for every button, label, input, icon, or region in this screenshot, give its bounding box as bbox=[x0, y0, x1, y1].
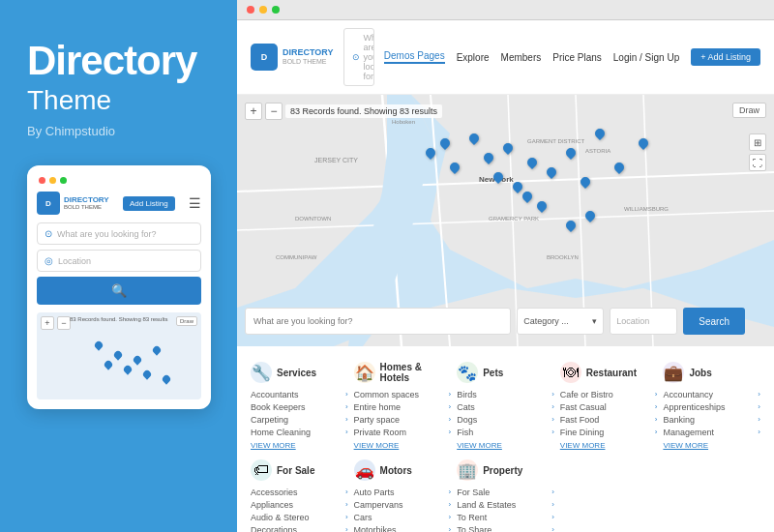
category-item[interactable]: Fast Casual› bbox=[560, 400, 658, 413]
browser-dot-yellow bbox=[259, 6, 267, 14]
map-layer-button[interactable]: ⊞ bbox=[749, 133, 766, 151]
map-category-dropdown[interactable]: Category ... ▾ bbox=[517, 308, 604, 335]
category-item[interactable]: Motorbikes› bbox=[354, 523, 452, 532]
category-item-label: Carpeting bbox=[251, 415, 288, 425]
category-title: Services bbox=[277, 368, 316, 378]
category-header: 🏷For Sale bbox=[251, 459, 348, 481]
map-draw-button[interactable]: Draw bbox=[732, 103, 766, 118]
map-location-input[interactable]: Location bbox=[610, 308, 677, 335]
category-item[interactable]: Party space› bbox=[354, 413, 452, 426]
category-item-label: Accessories bbox=[251, 488, 298, 497]
category-icon: 🚗 bbox=[354, 459, 375, 481]
category-item[interactable]: Banking› bbox=[663, 413, 760, 426]
category-item[interactable]: Appliances› bbox=[251, 498, 348, 511]
category-item[interactable]: Birds› bbox=[457, 388, 554, 400]
category-item-label: Cats bbox=[457, 402, 475, 412]
chevron-right-icon: › bbox=[655, 415, 658, 424]
category-item[interactable]: Accountancy› bbox=[663, 388, 760, 400]
mobile-draw-button[interactable]: Draw bbox=[176, 316, 197, 326]
app-logo: D DIRECTORY BOLD THEME bbox=[251, 44, 334, 71]
mobile-find-input[interactable]: ⊙ What are you looking for? bbox=[37, 222, 201, 245]
search-icon: 🔍 bbox=[111, 283, 127, 298]
category-item[interactable]: Cars› bbox=[354, 511, 452, 523]
category-item[interactable]: Decorations› bbox=[251, 523, 348, 532]
category-header: 🚗Motors bbox=[354, 459, 452, 481]
add-listing-button[interactable]: + Add Listing bbox=[691, 48, 760, 66]
category-item[interactable]: Auto Parts› bbox=[354, 486, 452, 498]
category-item[interactable]: Management› bbox=[663, 426, 760, 438]
category-item[interactable]: Apprenticeships› bbox=[663, 400, 760, 413]
mobile-zoom-out[interactable]: − bbox=[57, 316, 71, 330]
nav-members[interactable]: Members bbox=[501, 52, 542, 63]
mobile-add-listing-button[interactable]: Add Listing bbox=[123, 196, 175, 211]
mobile-zoom-in[interactable]: + bbox=[41, 316, 54, 330]
category-item[interactable]: Land & Estates› bbox=[457, 498, 554, 511]
nav-explore[interactable]: Explore bbox=[457, 52, 490, 63]
category-item-label: Entire home bbox=[354, 402, 402, 412]
app-logo-text: DIRECTORY BOLD THEME bbox=[283, 47, 334, 66]
header-find-input[interactable]: ⊙ What are you looking for? bbox=[344, 29, 374, 85]
category-item-label: Motorbikes bbox=[354, 525, 397, 533]
category-jobs: 💼JobsAccountancy›Apprenticeships›Banking… bbox=[663, 362, 760, 450]
view-more-link[interactable]: VIEW MORE bbox=[251, 441, 348, 450]
category-item-label: Fast Food bbox=[560, 415, 600, 425]
category-item[interactable]: Audio & Stereo› bbox=[251, 511, 348, 523]
category-item[interactable]: Fine Dining› bbox=[560, 426, 658, 438]
map-search-input[interactable] bbox=[245, 308, 511, 335]
category-item[interactable]: Accountants› bbox=[251, 388, 348, 400]
category-item-label: Home Cleaning bbox=[251, 428, 311, 437]
chevron-right-icon: › bbox=[345, 428, 348, 436]
category-item-label: Fine Dining bbox=[560, 428, 605, 437]
category-item[interactable]: For Sale› bbox=[457, 486, 554, 498]
login-link[interactable]: Login / Sign Up bbox=[613, 52, 679, 63]
map-pin bbox=[151, 345, 162, 356]
category-item[interactable]: Fast Food› bbox=[560, 413, 658, 426]
chevron-right-icon: › bbox=[449, 500, 452, 509]
view-more-link[interactable]: VIEW MORE bbox=[457, 441, 554, 450]
category-item[interactable]: Common spaces› bbox=[354, 388, 452, 400]
nav-demos[interactable]: Demos Pages bbox=[384, 50, 445, 64]
map-zoom-in-button[interactable]: + bbox=[245, 103, 262, 120]
category-item[interactable]: Dogs› bbox=[457, 413, 554, 426]
category-icon: 🏠 bbox=[354, 362, 375, 383]
menu-icon[interactable]: ☰ bbox=[189, 195, 201, 211]
category-item[interactable]: Cafe or Bistro› bbox=[560, 388, 658, 400]
category-item[interactable]: To Share› bbox=[457, 523, 554, 532]
app-logo-icon: D bbox=[251, 44, 278, 71]
view-more-link[interactable]: VIEW MORE bbox=[663, 441, 760, 450]
category-header: 🔧Services bbox=[251, 362, 348, 383]
category-item[interactable]: To Rent› bbox=[457, 511, 554, 523]
category-item[interactable]: Accessories› bbox=[251, 486, 348, 498]
chevron-right-icon: › bbox=[551, 488, 554, 496]
map-zoom-out-button[interactable]: − bbox=[265, 103, 283, 120]
svg-text:ASTORIA: ASTORIA bbox=[585, 148, 610, 154]
category-item[interactable]: Carpeting› bbox=[251, 413, 348, 426]
category-item[interactable]: Cats› bbox=[457, 400, 554, 413]
category-header: 🏢Property bbox=[457, 459, 554, 481]
category-title: Pets bbox=[483, 368, 503, 378]
category-item[interactable]: Fish› bbox=[457, 426, 554, 438]
mobile-mockup: D DIRECTORY BOLD THEME Add Listing ☰ ⊙ W… bbox=[27, 165, 211, 409]
mobile-near-input[interactable]: ◎ Location bbox=[37, 250, 201, 272]
mobile-search-button[interactable]: 🔍 bbox=[37, 277, 201, 305]
category-item[interactable]: Entire home› bbox=[354, 400, 452, 413]
chevron-right-icon: › bbox=[551, 525, 554, 532]
category-item-label: Banking bbox=[663, 415, 695, 425]
category-item[interactable]: Campervans› bbox=[354, 498, 452, 511]
mobile-logo: D DIRECTORY BOLD THEME bbox=[37, 192, 109, 215]
nav-price-plans[interactable]: Price Plans bbox=[552, 52, 602, 63]
chevron-right-icon: › bbox=[655, 390, 658, 399]
mobile-logo-text: DIRECTORY BOLD THEME bbox=[64, 195, 109, 212]
category-item[interactable]: Book Keepers› bbox=[251, 400, 348, 413]
category-item[interactable]: Private Room› bbox=[354, 426, 452, 438]
map-fullscreen-button[interactable]: ⛶ bbox=[749, 154, 766, 171]
category-item-label: To Share bbox=[457, 525, 491, 533]
view-more-link[interactable]: VIEW MORE bbox=[354, 441, 452, 450]
map-search-button[interactable]: Search bbox=[683, 308, 745, 335]
chevron-right-icon: › bbox=[655, 428, 658, 436]
category-item-label: Fast Casual bbox=[560, 402, 607, 412]
map-section: JERSEY CITY New York BROOKLYN DOWNTOWN A… bbox=[237, 95, 774, 346]
category-item[interactable]: Home Cleaning› bbox=[251, 426, 348, 438]
view-more-link[interactable]: VIEW MORE bbox=[560, 441, 658, 450]
category-header: 🍽Restaurant bbox=[560, 362, 658, 383]
